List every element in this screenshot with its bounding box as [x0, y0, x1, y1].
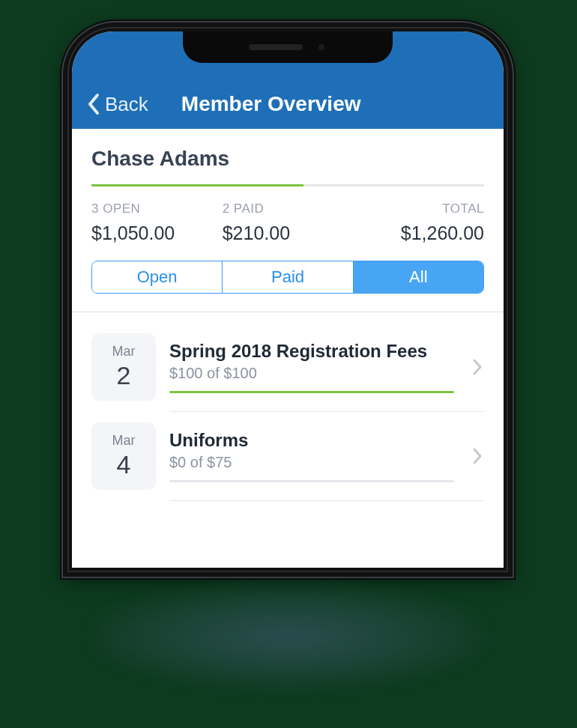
- fee-amounts: $0 of $75: [169, 454, 454, 471]
- screen: Back Member Overview Chase Adams 3 OPEN …: [72, 31, 504, 568]
- fee-title: Uniforms: [169, 430, 454, 451]
- chevron-left-icon: [87, 93, 100, 115]
- row-main: Uniforms $0 of $75: [169, 422, 454, 490]
- chevron-right-icon: [468, 447, 484, 465]
- date-month: Mar: [112, 433, 136, 449]
- summary-total-label: TOTAL: [353, 201, 484, 216]
- member-progress-bar: [91, 184, 484, 186]
- fee-amounts: $100 of $100: [169, 365, 454, 382]
- speaker-grill: [249, 44, 303, 50]
- summary-total: TOTAL $1,260.00: [353, 201, 484, 244]
- summary-paid-label: 2 PAID: [223, 201, 354, 216]
- date-day: 2: [117, 361, 131, 390]
- summary-open-value: $1,050.00: [91, 222, 223, 244]
- summary-total-value: $1,260.00: [353, 222, 484, 244]
- chevron-right-icon: [468, 358, 484, 376]
- summary-paid: 2 PAID $210.00: [223, 201, 354, 244]
- row-main: Spring 2018 Registration Fees $100 of $1…: [169, 333, 454, 401]
- date-day: 4: [117, 450, 131, 479]
- summary-row: 3 OPEN $1,050.00 2 PAID $210.00 TOTAL $1…: [91, 201, 484, 244]
- fee-progress: [169, 391, 454, 393]
- back-button[interactable]: Back: [87, 93, 148, 116]
- filter-segmented-control: Open Paid All: [91, 261, 484, 294]
- summary-open: 3 OPEN $1,050.00: [91, 201, 223, 244]
- segment-all[interactable]: All: [354, 261, 483, 293]
- page-title: Member Overview: [181, 92, 361, 116]
- fee-progress: [169, 480, 454, 482]
- back-label: Back: [105, 93, 148, 116]
- list-divider: [72, 312, 504, 312]
- member-name: Chase Adams: [91, 147, 484, 184]
- phone-frame: Back Member Overview Chase Adams 3 OPEN …: [63, 22, 513, 577]
- date-box: Mar 4: [91, 422, 156, 490]
- fee-row[interactable]: Mar 4 Uniforms $0 of $75: [91, 412, 484, 490]
- segment-paid[interactable]: Paid: [223, 261, 353, 293]
- content-area: Chase Adams 3 OPEN $1,050.00 2 PAID $210…: [72, 129, 504, 501]
- summary-open-label: 3 OPEN: [91, 201, 223, 216]
- row-divider: [169, 500, 484, 501]
- segment-open[interactable]: Open: [92, 261, 223, 293]
- fee-title: Spring 2018 Registration Fees: [169, 341, 454, 362]
- date-box: Mar 2: [91, 333, 156, 401]
- summary-paid-value: $210.00: [223, 222, 354, 244]
- date-month: Mar: [112, 344, 136, 360]
- phone-shadow: [90, 584, 487, 689]
- front-camera: [316, 42, 327, 52]
- device-notch: [183, 31, 393, 63]
- fee-row[interactable]: Mar 2 Spring 2018 Registration Fees $100…: [91, 323, 484, 401]
